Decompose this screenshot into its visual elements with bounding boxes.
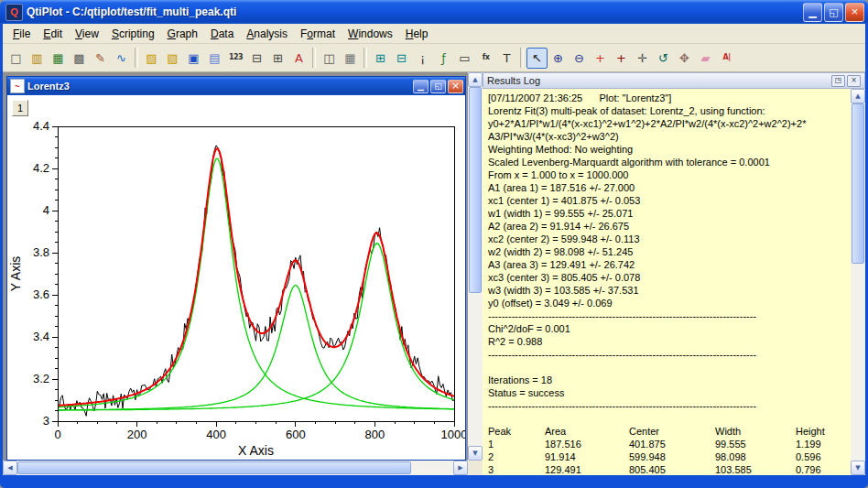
add-equation-icon[interactable]: fx <box>475 48 496 69</box>
new-graph-icon[interactable]: ∿ <box>111 48 132 69</box>
zoom-out-icon[interactable]: ⊖ <box>569 48 590 69</box>
scroll-up-button[interactable]: ▲ <box>851 89 865 103</box>
duplicate-window-icon[interactable]: ⊞ <box>267 48 288 69</box>
scrollbar-track[interactable] <box>851 103 865 461</box>
x-tick-label: 800 <box>365 428 385 441</box>
new-note-icon[interactable]: ✎ <box>90 48 111 69</box>
scrollbar-thumb[interactable] <box>17 461 411 474</box>
results-log-titlebar[interactable]: Results Log ◳ × <box>483 72 865 89</box>
save-project-icon[interactable]: ▣ <box>183 48 204 69</box>
plot-restore-button[interactable]: ◱ <box>430 80 446 93</box>
x-axis-title: X Axis <box>238 443 274 458</box>
scroll-down-button[interactable]: ▼ <box>851 461 865 475</box>
add-function-curve-icon[interactable]: ƒ <box>433 48 454 69</box>
title-bar[interactable]: Q QtiPlot - C:/qtiplot/test/fit_multi_pe… <box>0 0 868 24</box>
table-cell: Center <box>629 425 715 438</box>
table-cell: 805.405 <box>629 463 715 475</box>
menu-data[interactable]: Data <box>204 26 240 42</box>
layer-1-button[interactable]: 1 <box>12 100 28 116</box>
add-layer-icon[interactable]: ⊞ <box>370 48 391 69</box>
log-line <box>488 361 851 374</box>
scroll-left-button[interactable]: ◀ <box>3 461 17 475</box>
import-ascii-icon[interactable]: 123 <box>225 48 246 69</box>
text-format-icon[interactable]: A| <box>716 48 737 69</box>
results-log-icon[interactable]: ▦ <box>340 48 361 69</box>
scroll-up-button[interactable]: ▲ <box>468 72 483 87</box>
scroll-down-button[interactable]: ▼ <box>468 446 483 461</box>
y-tick-label: 3 <box>43 414 49 428</box>
log-line: xc2 (center 2) = 599.948 +/- 0.113 <box>488 233 851 245</box>
zoom-in-icon[interactable]: ⊕ <box>548 48 569 69</box>
add-text-icon[interactable]: T <box>496 48 517 69</box>
menu-format[interactable]: Format <box>294 26 342 42</box>
new-matrix-icon[interactable]: ▩ <box>69 48 90 69</box>
menu-view[interactable]: View <box>69 26 105 42</box>
log-line: [07/11/2007 21:36:25 Plot: "Lorentz3"] <box>488 92 851 104</box>
menu-scripting[interactable]: Scripting <box>105 26 161 42</box>
y-tick-label: 3.4 <box>33 330 49 343</box>
restore-button[interactable]: ◱ <box>824 3 843 22</box>
minimize-button[interactable]: ▁ <box>803 3 822 22</box>
screen-reader-icon[interactable]: + <box>611 48 632 69</box>
hand-tool-icon[interactable]: ✥ <box>674 48 695 69</box>
y-axis-title: Y Axis <box>8 256 23 292</box>
close-button[interactable]: × <box>845 3 864 22</box>
menu-file[interactable]: File <box>6 26 37 42</box>
menu-graph[interactable]: Graph <box>161 26 204 42</box>
mdi-vertical-scrollbar[interactable]: ▲ ▼ <box>468 72 483 461</box>
log-line: y0+2*A1/PI*w1/(4*(x-xc1)^2+w1^2)+2*A2/PI… <box>488 117 851 130</box>
pointer-icon[interactable]: ↖ <box>526 48 548 69</box>
table-cell: 129.491 <box>545 463 629 475</box>
x-tick-label: 1000 <box>441 428 465 441</box>
dock-float-button[interactable]: ◳ <box>831 75 845 87</box>
toolbar-separator <box>135 48 138 68</box>
plot-close-button[interactable]: × <box>448 80 463 93</box>
export-pdf-icon[interactable]: A <box>288 48 309 69</box>
menu-help[interactable]: Help <box>399 26 435 42</box>
scrollbar-thumb[interactable] <box>852 103 864 264</box>
open-project-icon[interactable]: ▨ <box>141 48 162 69</box>
results-log-scrollbar[interactable]: ▲ ▼ <box>851 89 865 475</box>
table-cell: Area <box>545 425 629 438</box>
table-header-row: PeakAreaCenterWidthHeight <box>488 425 851 438</box>
table-row: 291.914599.94898.0980.596 <box>488 450 851 463</box>
plot-canvas[interactable]: 0200400600800100033.23.43.63.844.24.4X A… <box>7 95 465 460</box>
scrollbar-track[interactable] <box>468 87 483 446</box>
log-line: A2 (area 2) = 91.914 +/- 26.675 <box>488 220 851 233</box>
menu-edit[interactable]: Edit <box>37 26 69 42</box>
qtiplot-window: Q QtiPlot - C:/qtiplot/test/fit_multi_pe… <box>0 0 868 488</box>
menu-windows[interactable]: Windows <box>342 26 399 42</box>
scrollbar-thumb[interactable] <box>469 87 482 293</box>
data-reader-icon[interactable]: + <box>590 48 611 69</box>
eraser-icon[interactable]: ▰ <box>695 48 716 69</box>
dock-close-button[interactable]: × <box>847 75 861 87</box>
menu-analysis[interactable]: Analysis <box>240 26 294 42</box>
scrollbar-track[interactable] <box>17 461 453 475</box>
plot-window-body: 1 0200400600800100033.23.43.63.844.24.4X… <box>7 95 465 460</box>
print-icon[interactable]: ⊟ <box>246 48 267 69</box>
toolbar-separator <box>312 48 316 68</box>
log-line: xc1 (center 1) = 401.875 +/- 0.053 <box>488 194 851 207</box>
mdi-horizontal-scrollbar[interactable]: ◀ ▶ <box>3 461 468 475</box>
app-logo-icon: Q <box>5 4 23 21</box>
project-explorer-icon[interactable]: ◫ <box>319 48 340 69</box>
new-project-icon[interactable]: □ <box>5 48 27 69</box>
results-log-title: Results Log <box>487 75 830 86</box>
save-template-icon[interactable]: ▤ <box>204 48 225 69</box>
table-cell: 401.875 <box>629 438 715 450</box>
new-folder-icon[interactable]: ▥ <box>27 48 48 69</box>
add-error-bars-icon[interactable]: ¡ <box>412 48 433 69</box>
new-legend-icon[interactable]: ▭ <box>454 48 475 69</box>
plot-minimize-button[interactable]: ▁ <box>413 80 429 93</box>
new-table-icon[interactable]: ▦ <box>48 48 69 69</box>
open-template-icon[interactable]: ▧ <box>162 48 183 69</box>
move-points-icon[interactable]: ✛ <box>632 48 653 69</box>
arrange-layers-icon[interactable]: ⊟ <box>391 48 412 69</box>
menu-bar: FileEditViewScriptingGraphDataAnalysisFo… <box>3 24 865 44</box>
window-border-bottom <box>0 475 868 488</box>
fit-results-table: PeakAreaCenterWidthHeight1187.516401.875… <box>488 425 851 475</box>
rescale-icon[interactable]: ↺ <box>653 48 674 69</box>
scroll-right-button[interactable]: ▶ <box>453 461 468 475</box>
plot-window-titlebar[interactable]: ~ Lorentz3 ▁ ◱ × <box>7 77 465 95</box>
y-tick-label: 3.2 <box>33 372 49 385</box>
